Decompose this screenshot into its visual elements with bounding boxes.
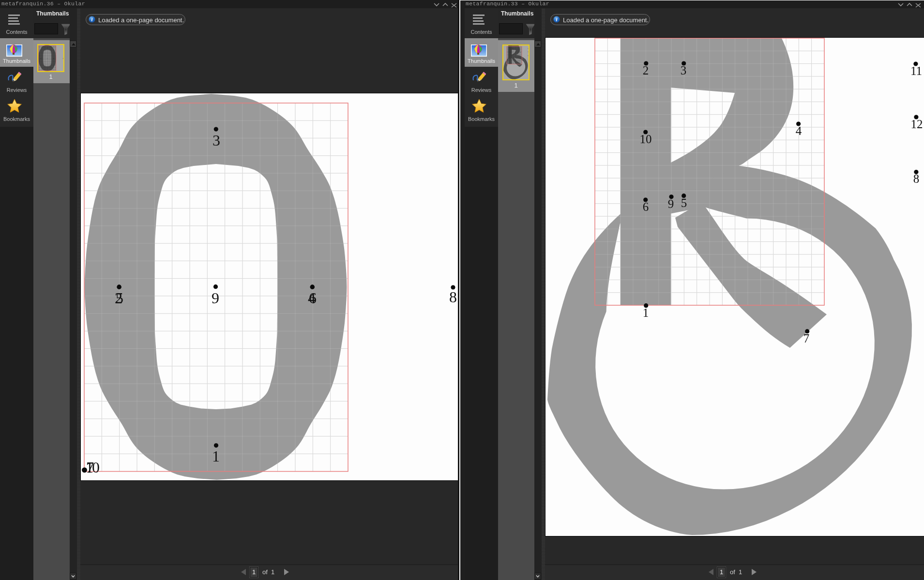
svg-text:i: i xyxy=(91,17,93,22)
svg-text:i: i xyxy=(556,17,558,22)
